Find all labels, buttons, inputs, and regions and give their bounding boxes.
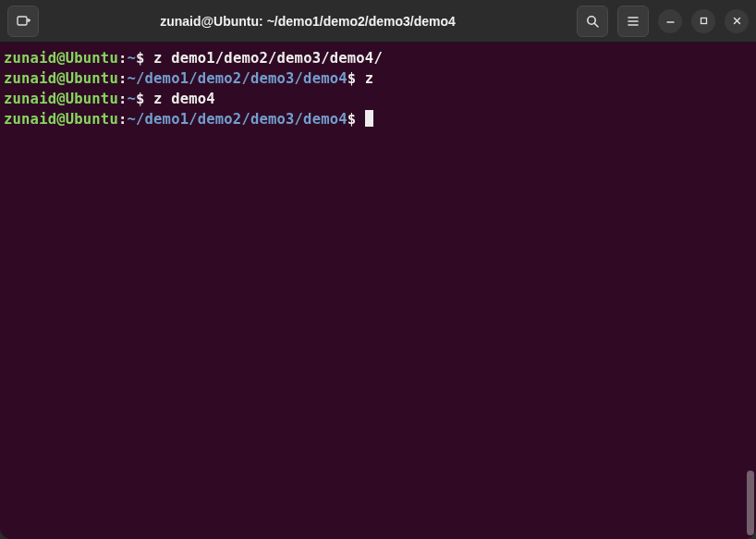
close-icon bbox=[732, 16, 742, 26]
terminal-line: zunaid@Ubuntu:~/demo1/demo2/demo3/demo4$… bbox=[4, 68, 752, 89]
terminal-line: zunaid@Ubuntu:~$ z demo1/demo2/demo3/dem… bbox=[4, 48, 752, 68]
prompt-path: ~/demo1/demo2/demo3/demo4 bbox=[127, 70, 347, 87]
maximize-icon bbox=[699, 16, 709, 26]
prompt-user-host: zunaid@Ubuntu bbox=[4, 111, 118, 128]
titlebar: zunaid@Ubuntu: ~/demo1/demo2/demo3/demo4 bbox=[0, 0, 756, 43]
search-button[interactable] bbox=[577, 6, 608, 37]
minimize-button[interactable] bbox=[658, 9, 682, 33]
titlebar-left bbox=[7, 6, 39, 37]
prompt-user-host: zunaid@Ubuntu bbox=[4, 91, 118, 107]
minimize-icon bbox=[665, 16, 676, 26]
new-tab-icon bbox=[16, 14, 30, 29]
prompt-path: ~/demo1/demo2/demo3/demo4 bbox=[127, 111, 347, 128]
svg-rect-9 bbox=[701, 18, 706, 24]
prompt-dollar: $ bbox=[348, 111, 365, 128]
prompt-path: ~ bbox=[127, 50, 136, 67]
prompt-path: ~ bbox=[127, 91, 136, 107]
prompt-user-host: zunaid@Ubuntu bbox=[4, 70, 118, 87]
prompt-user-host: zunaid@Ubuntu bbox=[4, 50, 118, 67]
scrollbar[interactable] bbox=[747, 471, 754, 535]
menu-button[interactable] bbox=[617, 6, 649, 37]
prompt-dollar: $ bbox=[136, 91, 153, 107]
terminal-line: zunaid@Ubuntu:~/demo1/demo2/demo3/demo4$ bbox=[4, 109, 752, 129]
search-icon bbox=[585, 14, 600, 29]
window-title: zunaid@Ubuntu: ~/demo1/demo2/demo3/demo4 bbox=[46, 14, 569, 29]
cursor bbox=[365, 110, 373, 127]
svg-line-4 bbox=[594, 23, 598, 27]
command-text: z demo4 bbox=[153, 91, 215, 107]
terminal-line: zunaid@Ubuntu:~$ z demo4 bbox=[4, 89, 752, 109]
close-button[interactable] bbox=[725, 9, 749, 33]
terminal-area[interactable]: zunaid@Ubuntu:~$ z demo1/demo2/demo3/dem… bbox=[0, 43, 756, 539]
titlebar-right bbox=[577, 6, 749, 37]
prompt-dollar: $ bbox=[348, 70, 365, 87]
command-text: z bbox=[365, 70, 374, 87]
maximize-button[interactable] bbox=[691, 9, 715, 33]
hamburger-icon bbox=[626, 14, 640, 29]
prompt-dollar: $ bbox=[136, 50, 153, 67]
new-tab-button[interactable] bbox=[7, 6, 39, 37]
svg-rect-0 bbox=[18, 17, 27, 25]
command-text: z demo1/demo2/demo3/demo4/ bbox=[153, 50, 383, 67]
